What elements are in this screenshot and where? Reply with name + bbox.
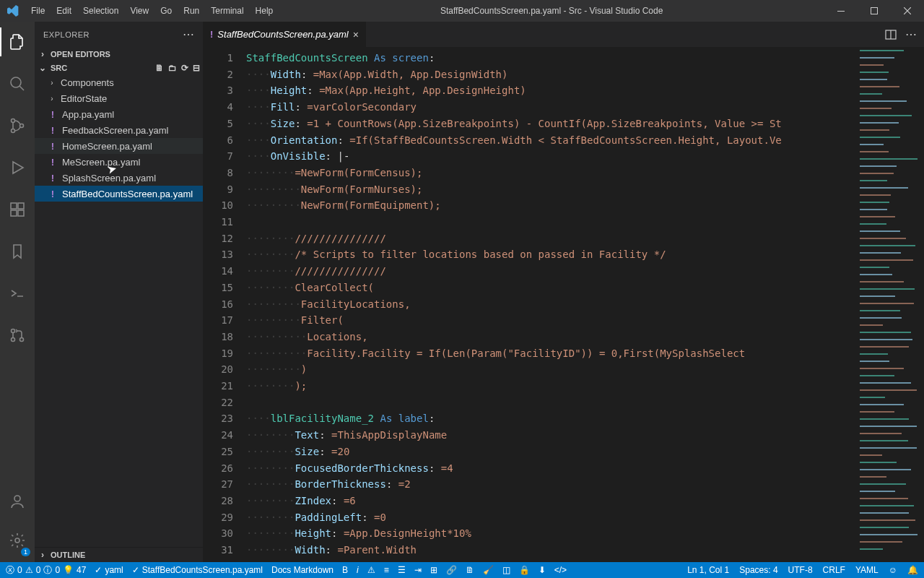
svg-rect-1 [871, 8, 878, 14]
menubar: File Edit Selection View Go Run Terminal… [25, 6, 279, 16]
menu-selection[interactable]: Selection [77, 6, 124, 16]
file-mescreen-pa-yaml[interactable]: !MeScreen.pa.yaml [35, 154, 203, 170]
active-file-label: StaffBedCountsScreen.pa.yaml [142, 565, 263, 575]
status-position[interactable]: Ln 1, Col 1 [687, 565, 729, 575]
svg-point-14 [15, 538, 19, 543]
status-bell-icon[interactable]: 🔔 [907, 565, 918, 575]
svg-rect-0 [837, 11, 845, 12]
folder-root[interactable]: ⌄SRC 🗎 🗀 ⟳ ⊟ [35, 61, 203, 74]
status-docs[interactable]: Docs Markdown [271, 565, 334, 575]
svg-point-13 [14, 496, 20, 501]
menu-terminal[interactable]: Terminal [205, 6, 249, 16]
status-icon-numlist[interactable]: ☰ [398, 565, 406, 575]
explorer-sidebar: EXPLORER ⋯ ›OPEN EDITORS ⌄SRC 🗎 🗀 ⟳ ⊟ ›C… [35, 22, 203, 562]
status-icon-preview[interactable]: ◫ [502, 565, 510, 575]
editor-more-icon[interactable]: ⋯ [905, 27, 917, 41]
svg-point-12 [20, 338, 24, 342]
window-close-button[interactable] [891, 0, 924, 22]
status-icon-xml[interactable]: </> [554, 565, 567, 575]
status-icon-indent[interactable]: ⇥ [414, 565, 422, 575]
sidebar-more-icon[interactable]: ⋯ [183, 27, 195, 41]
folder-root-label: SRC [51, 64, 67, 72]
status-icon-clean[interactable]: 🧹 [483, 565, 494, 575]
menu-view[interactable]: View [124, 6, 154, 16]
menu-help[interactable]: Help [250, 6, 279, 16]
activity-account-icon[interactable] [0, 487, 35, 516]
activity-remote-icon[interactable] [0, 279, 35, 308]
outline-section[interactable]: ›OUTLINE [35, 547, 203, 562]
menu-edit[interactable]: Edit [51, 6, 77, 16]
status-feedback-icon[interactable]: ☺ [889, 565, 897, 575]
refresh-icon[interactable]: ⟳ [181, 63, 188, 73]
editor-tabs: ! StaffBedCountsScreen.pa.yaml × ⋯ [203, 22, 924, 47]
editor-content[interactable]: StaffBedCountsScreen As screen:····Width… [246, 47, 855, 562]
file-staffbedcountsscreen-pa-yaml[interactable]: !StaffBedCountsScreen.pa.yaml [35, 186, 203, 202]
status-problems[interactable]: ⓧ0 ⚠0 ⓘ0 💡47 [6, 564, 86, 577]
sidebar-title: EXPLORER [43, 30, 90, 39]
file-app-pa-yaml[interactable]: !App.pa.yaml [35, 106, 203, 122]
window-maximize-button[interactable] [858, 0, 891, 22]
status-icon-file[interactable]: 🗎 [466, 565, 474, 575]
activity-bookmarks-icon[interactable] [0, 237, 35, 266]
menu-go[interactable]: Go [154, 6, 178, 16]
svg-point-5 [20, 124, 24, 128]
outline-label: OUTLINE [51, 551, 85, 559]
activity-bar: 1 [0, 22, 35, 562]
errors-count: 0 [17, 565, 22, 575]
vscode-logo-icon [0, 5, 25, 17]
status-icon-lock[interactable]: 🔒 [519, 565, 530, 575]
status-icon-warn[interactable]: ⚠ [367, 565, 375, 575]
svg-point-4 [12, 129, 15, 133]
status-icon-link[interactable]: 🔗 [446, 565, 457, 575]
menu-run[interactable]: Run [178, 6, 205, 16]
status-icon-add[interactable]: ⊞ [430, 565, 437, 575]
status-italic[interactable]: i [357, 565, 359, 575]
file-splashscreen-pa-yaml[interactable]: !SplashScreen.pa.yaml [35, 170, 203, 186]
status-language[interactable]: YAML [855, 565, 879, 575]
yaml-file-icon: ! [210, 29, 213, 40]
hints-count: 47 [77, 565, 86, 575]
tab-staffbedcounts[interactable]: ! StaffBedCountsScreen.pa.yaml × [203, 22, 367, 47]
new-folder-icon[interactable]: 🗀 [168, 63, 177, 73]
svg-point-2 [11, 77, 21, 87]
window-title: StaffBedCountsScreen.pa.yaml - Src - Vis… [279, 6, 824, 16]
status-spaces[interactable]: Spaces: 4 [739, 565, 777, 575]
activity-debug-icon[interactable] [0, 153, 35, 182]
status-icon-list[interactable]: ≡ [384, 565, 389, 575]
folder-components[interactable]: ›Components [35, 74, 203, 90]
status-yaml-check[interactable]: ✓ yaml [95, 565, 123, 575]
folder-editorstate[interactable]: ›EditorState [35, 90, 203, 106]
activity-scm-icon[interactable] [0, 111, 35, 140]
activity-pull-requests-icon[interactable] [0, 321, 35, 350]
activity-extensions-icon[interactable] [0, 195, 35, 224]
status-icon-download[interactable]: ⬇ [539, 565, 546, 575]
open-editors-section[interactable]: ›OPEN EDITORS [35, 47, 203, 61]
new-file-icon[interactable]: 🗎 [155, 63, 164, 73]
tab-close-icon[interactable]: × [353, 29, 359, 40]
collapse-icon[interactable]: ⊟ [193, 63, 200, 73]
status-eol[interactable]: CRLF [823, 565, 845, 575]
activity-search-icon[interactable] [0, 69, 35, 98]
window-minimize-button[interactable] [824, 0, 858, 22]
svg-rect-9 [18, 203, 24, 209]
line-numbers: 1234567891011121314151617181920212223242… [203, 47, 246, 562]
minimap[interactable] [855, 47, 924, 562]
svg-rect-8 [18, 210, 24, 216]
activity-settings-icon[interactable]: 1 [0, 526, 35, 555]
split-editor-icon[interactable] [885, 29, 897, 40]
svg-rect-7 [11, 210, 17, 216]
file-feedbackscreen-pa-yaml[interactable]: !FeedbackScreen.pa.yaml [35, 122, 203, 138]
titlebar[interactable]: File Edit Selection View Go Run Terminal… [0, 0, 924, 22]
svg-point-3 [12, 119, 15, 123]
activity-explorer-icon[interactable] [0, 27, 35, 56]
status-active-file[interactable]: ✓ StaffBedCountsScreen.pa.yaml [132, 565, 263, 575]
status-bar: ⓧ0 ⚠0 ⓘ0 💡47 ✓ yaml ✓ StaffBedCountsScre… [0, 562, 924, 578]
open-editors-label: OPEN EDITORS [51, 50, 110, 59]
info-count: 0 [55, 565, 60, 575]
status-bold[interactable]: B [342, 565, 348, 575]
file-homescreen-pa-yaml[interactable]: !HomeScreen.pa.yaml [35, 138, 203, 154]
warnings-count: 0 [36, 565, 41, 575]
tab-label: StaffBedCountsScreen.pa.yaml [217, 29, 348, 40]
status-encoding[interactable]: UTF-8 [788, 565, 813, 575]
menu-file[interactable]: File [25, 6, 51, 16]
